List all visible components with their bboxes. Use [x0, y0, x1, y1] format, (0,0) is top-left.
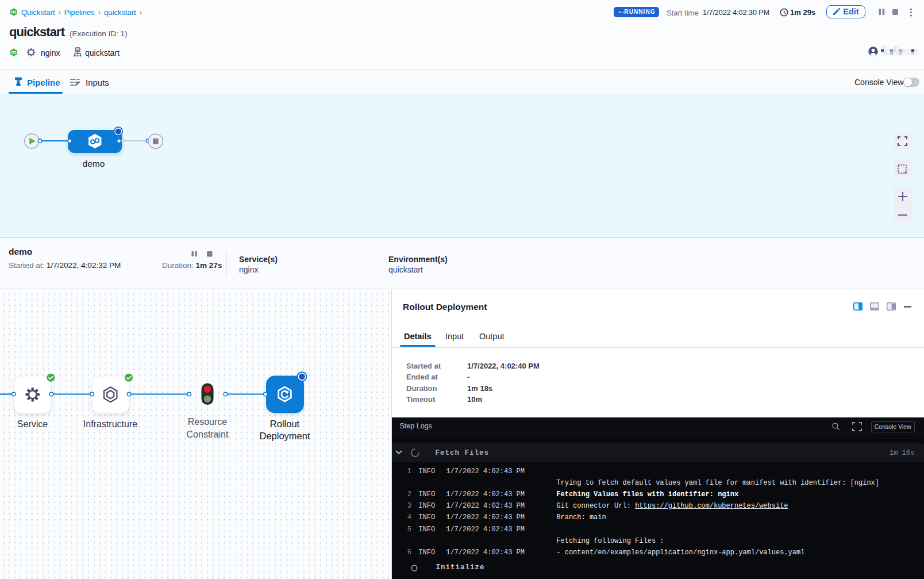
- svg-text:demo: demo: [83, 159, 105, 168]
- svg-text:Rollout: Rollout: [270, 419, 300, 429]
- svg-text:Deployment: Deployment: [259, 431, 310, 441]
- svg-text:Service: Service: [17, 419, 48, 429]
- svg-text:Infrastructure: Infrastructure: [83, 419, 137, 429]
- svg-text:Constraint: Constraint: [187, 430, 229, 439]
- svg-text:Resource: Resource: [188, 417, 228, 427]
